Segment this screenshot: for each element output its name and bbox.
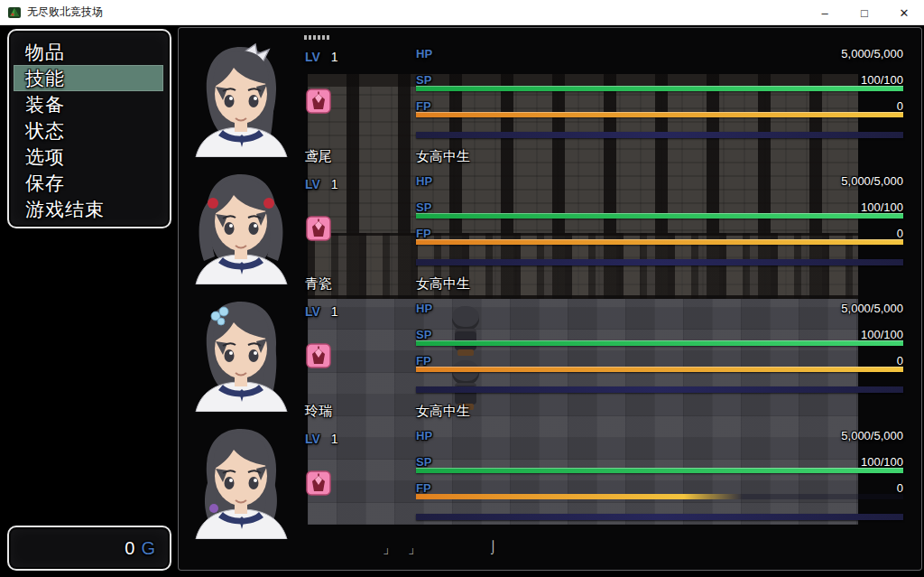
hp-row: HP 5,000/5,000 xyxy=(416,174,903,187)
actor-block-3[interactable]: LV1 HP 5,000/5,000 SP 100/100 FP 0 xyxy=(179,423,922,551)
sp-value: 100/100 xyxy=(861,200,903,214)
exp-gauge xyxy=(416,386,903,393)
hp-row: HP 5,000/5,000 xyxy=(416,302,903,314)
fp-value: 0 xyxy=(897,481,903,495)
fp-value: 0 xyxy=(897,354,903,368)
fp-row: FP 0 xyxy=(416,354,903,367)
actor-name: 青瓷 xyxy=(305,275,332,293)
command-window: 物品 技能 装备 状态 选项 保存 游戏结束 xyxy=(7,29,171,228)
fp-row: FP 0 xyxy=(416,481,903,494)
fp-label: FP xyxy=(416,99,431,113)
menu-item-0[interactable]: 物品 xyxy=(14,39,163,65)
lv-value: 1 xyxy=(331,177,338,191)
fp-row: FP 0 xyxy=(416,227,903,239)
close-button[interactable]: ✕ xyxy=(884,0,924,25)
fp-gauge xyxy=(416,367,903,372)
dress-state-icon xyxy=(306,343,331,368)
menu-item-1[interactable]: 技能 xyxy=(14,65,163,91)
sp-row: SP 100/100 xyxy=(416,328,903,340)
hp-label: HP xyxy=(416,174,432,188)
sp-gauge xyxy=(416,86,903,91)
menu-item-label: 装备 xyxy=(25,94,65,115)
dress-state-icon xyxy=(306,216,331,241)
actor-portrait xyxy=(189,169,295,284)
hp-value: 5,000/5,000 xyxy=(841,302,903,315)
menu-item-label: 游戏结束 xyxy=(25,199,105,219)
sp-gauge xyxy=(416,340,903,346)
lv-value: 1 xyxy=(331,432,338,446)
actor-portrait xyxy=(189,423,295,539)
menu-item-label: 物品 xyxy=(25,42,65,62)
minimize-button[interactable]: – xyxy=(805,0,845,25)
actor-portrait xyxy=(189,296,295,412)
dress-state-icon xyxy=(306,88,331,114)
fp-label: FP xyxy=(416,227,431,240)
exp-gauge xyxy=(416,259,903,265)
actor-block-0[interactable]: LV1 鸢尾 女高中生 HP 5,000/5,000 SP 100/100 FP… xyxy=(179,42,922,169)
lv-label: LV xyxy=(305,50,320,64)
menu-item-6[interactable]: 游戏结束 xyxy=(14,196,163,222)
sp-gauge xyxy=(416,213,903,219)
skill-status-window: 」」⌡ LV1 鸢尾 女高 xyxy=(178,27,922,571)
gold-amount: 0 xyxy=(125,538,134,559)
fp-label: FP xyxy=(416,354,431,368)
fp-gauge xyxy=(416,239,903,245)
menu-item-4[interactable]: 选项 xyxy=(14,144,163,170)
lv-label: LV xyxy=(305,432,320,446)
app-icon xyxy=(7,5,22,20)
sp-value: 100/100 xyxy=(861,455,903,469)
gold-currency: G xyxy=(141,538,155,559)
menu-item-label: 技能 xyxy=(25,68,65,88)
lv-value: 1 xyxy=(331,50,338,64)
exp-gauge xyxy=(416,132,903,138)
fp-value: 0 xyxy=(897,227,903,240)
menu-item-label: 状态 xyxy=(25,120,65,141)
hp-row: HP 5,000/5,000 xyxy=(416,429,903,442)
menu-item-5[interactable]: 保存 xyxy=(14,170,163,196)
fp-value: 0 xyxy=(897,99,903,113)
sp-label: SP xyxy=(416,73,431,87)
window-controls: – □ ✕ xyxy=(805,0,924,25)
sp-value: 100/100 xyxy=(861,73,903,87)
actor-portrait xyxy=(189,42,295,157)
level-row: LV1 xyxy=(305,177,338,191)
fp-gauge xyxy=(416,112,903,117)
sp-label: SP xyxy=(416,200,431,214)
fp-gauge xyxy=(416,494,903,499)
menu-item-label: 选项 xyxy=(25,146,65,167)
hp-label: HP xyxy=(416,429,432,442)
sp-row: SP 100/100 xyxy=(416,455,903,468)
sp-label: SP xyxy=(416,328,431,341)
fp-label: FP xyxy=(416,481,431,495)
sp-row: SP 100/100 xyxy=(416,200,903,213)
menu-item-2[interactable]: 装备 xyxy=(14,91,163,117)
lv-label: LV xyxy=(305,177,320,191)
tiny-map-text xyxy=(304,35,331,40)
actor-class: 女高中生 xyxy=(416,148,470,165)
maximize-button[interactable]: □ xyxy=(845,0,884,25)
sp-row: SP 100/100 xyxy=(416,73,903,86)
actor-name: 鸢尾 xyxy=(305,148,332,165)
dress-state-icon xyxy=(306,470,331,496)
actor-block-2[interactable]: LV1 玲瑞 女高中生 HP 5,000/5,000 SP 100/100 FP… xyxy=(179,296,922,423)
hp-value: 5,000/5,000 xyxy=(841,47,903,60)
actor-block-1[interactable]: LV1 青瓷 女高中生 HP 5,000/5,000 SP 100/100 FP… xyxy=(179,169,922,296)
level-row: LV1 xyxy=(305,432,338,446)
window-title: 无尽败北竞技场 xyxy=(27,5,103,20)
level-row: LV1 xyxy=(305,304,338,319)
lv-value: 1 xyxy=(331,304,338,319)
hp-label: HP xyxy=(416,302,432,315)
sp-label: SP xyxy=(416,455,431,469)
fp-row: FP 0 xyxy=(416,99,903,112)
menu-item-3[interactable]: 状态 xyxy=(14,117,163,144)
title-bar: 无尽败北竞技场 – □ ✕ xyxy=(0,0,924,25)
menu-item-label: 保存 xyxy=(25,172,65,193)
gold-window: 0 G xyxy=(7,526,171,571)
actor-class: 女高中生 xyxy=(416,275,470,293)
hp-label: HP xyxy=(416,47,432,60)
level-row: LV1 xyxy=(305,50,338,64)
lv-label: LV xyxy=(305,304,320,319)
actor-class: 女高中生 xyxy=(416,403,470,420)
hp-value: 5,000/5,000 xyxy=(841,174,903,188)
hp-row: HP 5,000/5,000 xyxy=(416,47,903,60)
